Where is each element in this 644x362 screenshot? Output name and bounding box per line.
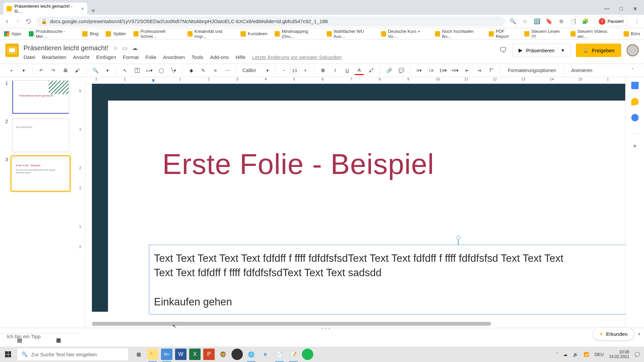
window-maximize-icon[interactable]: □	[620, 6, 623, 12]
bookmark-item[interactable]: Später	[106, 31, 126, 37]
bookmark-item[interactable]: Professionell Schrei…	[133, 29, 180, 39]
window-minimize-icon[interactable]: —	[604, 6, 609, 12]
bookmark-item[interactable]: Büro	[624, 31, 640, 37]
menu-edit[interactable]: Bearbeiten	[42, 54, 66, 60]
share-button[interactable]: 🔒 Freigeben	[576, 44, 621, 57]
numbered-list-icon[interactable]: 1≡▾	[438, 66, 448, 75]
word-icon[interactable]: W	[175, 349, 186, 360]
slides-logo-icon[interactable]	[5, 44, 19, 57]
bookmark-item[interactable]: Noch hochladen Bu…	[435, 29, 481, 39]
menu-view[interactable]: Ansicht	[73, 54, 90, 60]
keyboard-lang[interactable]: DEU	[594, 352, 603, 357]
keep-icon[interactable]	[631, 98, 639, 105]
star-icon[interactable]: ☆	[522, 18, 528, 24]
bullet-list-icon[interactable]: •≡▾	[450, 66, 460, 75]
menu-insert[interactable]: Einfügen	[96, 54, 116, 60]
move-doc-icon[interactable]: ▭	[122, 45, 127, 51]
cloud-status-icon[interactable]: ☁	[132, 45, 138, 51]
tasks-icon[interactable]	[631, 114, 639, 121]
reload-icon[interactable]	[25, 18, 32, 24]
menu-slide[interactable]: Folie	[146, 54, 157, 60]
body-text-line[interactable]: Text Text fdfdff f ffff fdfdfsfsdText Te…	[154, 265, 625, 280]
bookmark-item[interactable]: Kreativität und Insp…	[187, 29, 233, 39]
zoom-tool-icon[interactable]: 🔍	[91, 66, 100, 75]
speaker-notes-divider[interactable]: • • •	[0, 328, 644, 328]
speaker-notes[interactable]: Ich bin ein Tipp	[0, 328, 644, 347]
bookmark-item[interactable]: Produktsuche - Mer…	[29, 29, 75, 39]
underline-icon[interactable]: U	[342, 66, 352, 75]
bookmark-item[interactable]: Blog	[82, 31, 98, 37]
onedrive-icon[interactable]: ☁	[563, 352, 568, 357]
horizontal-scrollbar[interactable]	[92, 322, 491, 326]
indent-increase-icon[interactable]: ⇥	[475, 66, 484, 75]
slide-thumbnail[interactable]: Präsentieren leicht gemacht!	[12, 80, 69, 114]
rotate-handle-icon[interactable]	[458, 238, 459, 245]
bookmark-item[interactable]: PDF Report	[489, 29, 517, 39]
menu-help[interactable]: Hilfe	[235, 54, 246, 60]
grid-view-icon[interactable]: ▦	[56, 337, 61, 343]
forward-icon[interactable]	[15, 18, 21, 24]
powerpoint-icon[interactable]: P	[203, 349, 215, 360]
menu-file[interactable]: Datei	[23, 54, 35, 60]
edge-icon[interactable]: e	[260, 349, 271, 360]
bookmark-item[interactable]: Deutsche Kurs + Vo…	[381, 29, 428, 39]
select-tool-icon[interactable]: ↖	[120, 66, 130, 75]
chrome-icon[interactable]: 🌐	[246, 349, 257, 360]
cast-icon[interactable]: ⊚	[558, 18, 564, 24]
text-color-icon[interactable]: A	[355, 66, 364, 75]
bookmark-item[interactable]: Kursideen	[240, 31, 268, 37]
fill-color-icon[interactable]: ◆	[186, 66, 196, 75]
body-text-line[interactable]: Einkaufen gehen	[154, 295, 625, 309]
comment-history-icon[interactable]: 🗨	[499, 46, 507, 55]
align-icon[interactable]: ≡▾	[414, 66, 424, 75]
url-input[interactable]: 🔒 docs.google.com/presentation/d/1yV372S…	[36, 16, 505, 26]
bookmark-item[interactable]: Steuern Videos wic…	[571, 29, 616, 39]
explore-button[interactable]: ✦ Erkunden	[593, 327, 634, 341]
menu-format[interactable]: Format	[123, 54, 139, 60]
menu-tools[interactable]: Tools	[192, 54, 203, 60]
zoom-dropdown[interactable]: ▾	[103, 66, 112, 75]
highlight-icon[interactable]: 🖍	[367, 66, 376, 75]
format-options-button[interactable]: Formatierungsoptionen	[504, 68, 559, 73]
textbox-tool-icon[interactable]: 🅃	[132, 66, 142, 75]
close-tab-icon[interactable]: ×	[81, 6, 84, 11]
apps-shortcut[interactable]: Apps	[4, 31, 21, 37]
notifications-icon[interactable]: 💬	[635, 352, 640, 357]
clock[interactable]: 10:08 24.02.2021	[609, 350, 629, 359]
slide-body-textbox[interactable]: Text Text Text Text Text fdfdff f ffff f…	[149, 245, 625, 314]
print-icon[interactable]: 🖶	[61, 66, 70, 75]
border-weight-icon[interactable]: ≡	[211, 66, 220, 75]
menu-addons[interactable]: Add-ons	[210, 54, 229, 60]
zoom-icon[interactable]: 🔍	[510, 18, 516, 24]
increase-font-icon[interactable]: +	[301, 66, 310, 75]
slide-title-text[interactable]: Erste Folie - Beispiel	[162, 147, 434, 181]
kebab-menu-icon[interactable]: ⋮	[634, 18, 640, 24]
border-dash-icon[interactable]: ⋯	[223, 66, 232, 75]
puzzle-icon[interactable]: 🧩	[582, 18, 588, 24]
notepad-icon[interactable]: 📝	[288, 349, 299, 360]
translate-icon[interactable]: 🔠	[534, 18, 540, 24]
bookmark-item[interactable]: Wahlfächer WU Aus…	[327, 29, 374, 39]
mail-icon[interactable]: 99+	[161, 349, 172, 360]
star-doc-icon[interactable]: ☆	[113, 45, 118, 51]
extension-icon[interactable]: 📑	[570, 18, 576, 24]
line-spacing-icon[interactable]: ↕≡	[426, 66, 436, 75]
wifi-icon[interactable]: 📶	[584, 352, 589, 357]
start-button[interactable]	[0, 347, 16, 362]
browser-tab[interactable]: Präsentieren leicht gemacht! - G… ×	[3, 3, 87, 15]
slide[interactable]: Erste Folie - Beispiel Text Text Text Te…	[92, 84, 625, 312]
undo-icon[interactable]: ↶	[37, 66, 46, 75]
line-tool-icon[interactable]: ╲▾	[169, 66, 178, 75]
excel-icon[interactable]: X	[189, 349, 201, 360]
bookmark-item[interactable]: Steuern Lesen !!!!	[524, 29, 563, 39]
comment-icon[interactable]: 💬	[396, 66, 406, 75]
horizontal-ruler[interactable]: 2 1 ▼ 1 2 3 4 5 6 7 8 9 10 11 12 13 14 1…	[85, 77, 625, 84]
redo-icon[interactable]: ↷	[49, 66, 58, 75]
indent-decrease-icon[interactable]: ⇤	[463, 66, 472, 75]
taskbar-search[interactable]: 🔍 Zur Suche Text hier eingeben	[17, 348, 128, 360]
collapse-toolbar-icon[interactable]: ˆ	[628, 66, 637, 75]
tag-icon[interactable]: 🔖	[546, 18, 552, 24]
slide-thumbnail[interactable]: Erste Folie - Beispiel Text Text Text Te…	[12, 157, 69, 190]
explorer-icon[interactable]: 📁	[147, 349, 158, 360]
document-title[interactable]: Präsentieren leicht gemacht!	[23, 44, 108, 52]
